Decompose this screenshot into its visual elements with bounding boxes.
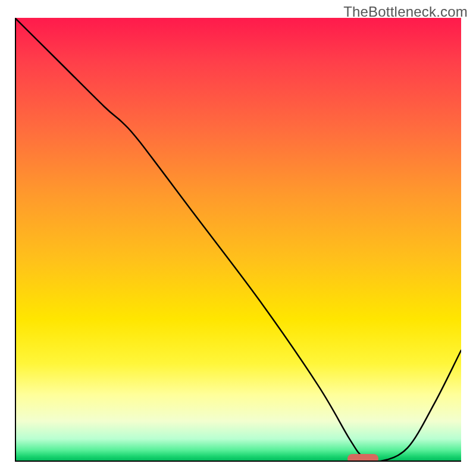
plot-area	[15, 18, 461, 461]
x-axis	[15, 461, 461, 462]
curve-path	[15, 18, 461, 461]
bottleneck-curve	[15, 18, 461, 461]
y-axis	[15, 18, 16, 461]
watermark-text: TheBottleneck.com	[343, 4, 468, 20]
chart-container: TheBottleneck.com	[0, 0, 476, 476]
